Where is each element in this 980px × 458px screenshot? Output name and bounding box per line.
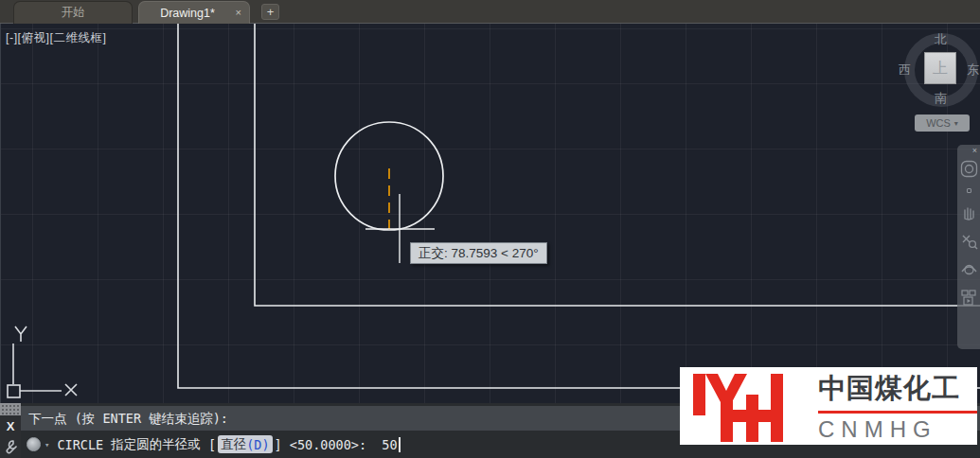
wcs-dropdown[interactable]: WCS ▾ (915, 114, 970, 132)
watermark: 中国煤化工 CNMHG (680, 367, 977, 445)
tab-drawing1-label: Drawing1* (160, 7, 215, 20)
wcs-dropdown-arrow-icon: ▾ (954, 119, 958, 128)
navbar-dropdown-icon[interactable] (967, 188, 971, 193)
bracket-close: ] (275, 437, 282, 452)
command-space3 (282, 437, 290, 452)
pan-hand-icon[interactable] (960, 203, 978, 221)
viewcube-east[interactable]: 东 (967, 62, 979, 79)
navigation-bar: × (957, 145, 980, 349)
file-tab-bar: 开始 Drawing1* × + (0, 0, 980, 24)
command-prompt: 指定圆的半径或 (111, 436, 201, 453)
command-close-button[interactable]: X (0, 417, 21, 436)
watermark-logo-icon (689, 372, 811, 442)
tab-start-label: 开始 (62, 5, 85, 21)
diameter-option-label: 直径 (221, 436, 246, 453)
polar-tooltip: 正交: 78.7593 < 270° (410, 242, 547, 264)
zoom-extents-icon[interactable] (960, 232, 978, 250)
showmotion-icon[interactable] (960, 289, 978, 307)
new-tab-button[interactable]: + (261, 4, 279, 20)
command-name: CIRCLE (57, 437, 103, 452)
recent-commands-icon[interactable] (27, 437, 41, 451)
viewcube-west[interactable]: 西 (899, 62, 911, 79)
bracket-open: [ (208, 437, 216, 452)
command-space2 (201, 437, 208, 452)
tab-drawing1[interactable]: Drawing1* × (138, 1, 250, 24)
wcs-label: WCS (926, 117, 951, 129)
text-cursor (399, 437, 401, 452)
watermark-title: 中国煤化工 (818, 370, 977, 408)
command-input-value[interactable]: 50 (382, 437, 397, 452)
autocad-window: 开始 Drawing1* × + [-][俯视][二维线框] (0, 0, 980, 458)
customize-wrench-icon[interactable] (2, 438, 19, 455)
command-rail: X (0, 403, 21, 458)
navbar-close-icon[interactable]: × (972, 146, 977, 155)
diameter-option-key: (D) (246, 437, 269, 452)
tab-close-icon[interactable]: × (236, 7, 241, 18)
tab-start[interactable]: 开始 (13, 1, 133, 24)
rectangle-outer-lines[interactable] (178, 24, 980, 388)
viewcube-north[interactable]: 北 (935, 31, 947, 48)
command-space4 (366, 437, 382, 452)
navigation-wheel-icon[interactable] (960, 160, 978, 178)
viewcube-south[interactable]: 南 (935, 90, 947, 107)
viewcube-top-face[interactable]: 上 (924, 52, 956, 84)
drawing-geometry: Y X (1, 24, 980, 405)
ucs-icon[interactable] (8, 326, 77, 397)
command-grip-handle[interactable] (0, 403, 21, 415)
diameter-option-button[interactable]: 直径 (D) (218, 435, 272, 453)
orbit-icon[interactable] (960, 260, 978, 278)
drawing-canvas[interactable]: [-][俯视][二维线框] Y X 正交: 78 (0, 24, 980, 405)
rectangle-inner-lines[interactable] (255, 24, 980, 306)
watermark-divider (818, 411, 977, 414)
watermark-subtitle: CNMHG (818, 416, 977, 443)
recent-commands-arrow-icon[interactable]: ▾ (45, 440, 49, 449)
default-value: <50.0000>: (290, 437, 366, 452)
